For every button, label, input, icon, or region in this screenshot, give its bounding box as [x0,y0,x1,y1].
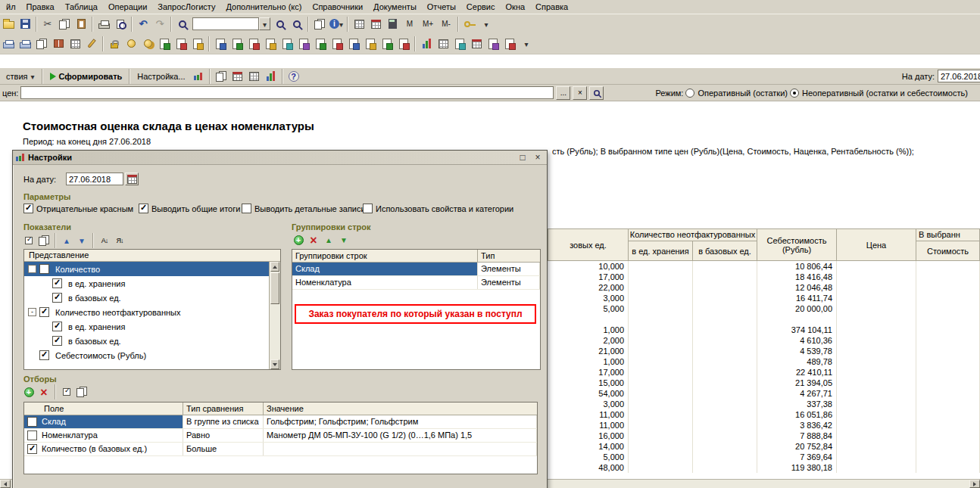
move-up-icon[interactable] [60,234,73,247]
copy-pages-icon[interactable] [33,36,50,52]
qty-cell[interactable]: 48,000 [548,462,629,473]
qty-cell[interactable]: 3,000 [548,293,629,303]
journal-icon[interactable] [468,36,485,52]
on-date-input[interactable] [938,70,980,82]
column-header[interactable]: Группировки строк [292,250,478,262]
edit-pencil-icon[interactable] [83,36,100,52]
column-header[interactable]: Тип сравнения [183,403,264,415]
cost-cell[interactable]: 22 410,11 [757,367,837,378]
menu-item-catalogs[interactable]: Справочники [307,1,368,13]
cart-out-icon[interactable] [173,36,189,52]
filter-row[interactable]: Количество (в базовых ед.) Больше [24,443,537,456]
open-list-icon[interactable] [589,86,604,100]
paste-icon[interactable] [73,16,89,33]
cost-cell[interactable]: 119 380,18 [757,462,837,473]
menu-item-additional[interactable]: Дополнительно (кс) [220,1,307,13]
coins-icon[interactable] [139,36,156,52]
checkbox-icon[interactable] [52,278,62,288]
menu-item-reports[interactable]: Отчеты [422,1,461,13]
report-row[interactable]: 10,00010 806,44 [548,261,980,272]
cost-cell[interactable]: 10 806,44 [757,261,837,272]
qty-cell[interactable]: 22,000 [548,282,629,293]
report-row[interactable]: 14,00020 752,84 [548,441,980,452]
menu-item-operations[interactable]: Операции [103,1,152,13]
sort-asc-icon[interactable] [98,234,111,247]
cut-icon[interactable] [39,16,56,33]
cost-cell[interactable]: 4 610,36 [757,335,837,346]
grouping-row[interactable]: Склад Элементы [292,263,540,276]
help-icon[interactable] [286,68,302,85]
scales-icon[interactable] [451,36,468,52]
checkbox-icon[interactable] [39,307,49,317]
doc-cash-icon[interactable] [345,36,362,52]
copy-settings-icon[interactable] [37,234,51,247]
report-row[interactable]: 3,000337,38 [548,399,980,409]
qty-cell[interactable]: 21,000 [548,346,629,356]
checkbox-icon[interactable] [39,350,49,360]
tree-column-header[interactable]: Представление [24,250,280,262]
clear-button[interactable]: × [573,86,587,100]
negative-red-checkbox[interactable]: Отрицательные красным [23,204,133,213]
cost-cell[interactable]: 7 369,64 [757,452,837,462]
doc-transfer-icon[interactable] [279,36,295,52]
search-icon[interactable] [174,16,191,33]
qty-cell[interactable]: 5,000 [548,303,629,314]
report-row[interactable]: 17,00022 410,11 [548,367,980,378]
checkbox-icon[interactable] [52,293,62,303]
cart-in-icon[interactable] [156,36,173,52]
filter-field-cell[interactable]: Склад [24,415,183,428]
structure-icon[interactable] [213,68,229,85]
cost-cell[interactable]: 374 104,11 [757,325,837,335]
report-row[interactable]: 21,0004 539,78 [548,346,980,356]
doc-sale-icon[interactable] [229,36,245,52]
summary-table-icon[interactable] [435,36,451,52]
percent-icon[interactable] [485,36,501,52]
toolbar-overflow-icon[interactable] [478,16,495,33]
scroll-down-icon[interactable] [270,359,279,369]
lock-icon[interactable] [106,36,123,52]
coin-icon[interactable] [123,36,139,52]
collapse-icon[interactable] [28,308,36,316]
move-down-icon[interactable] [75,234,89,247]
cost-cell[interactable]: 18 416,48 [757,272,837,282]
filter-field-cell[interactable]: Номенклатура [24,429,183,442]
qty-cell[interactable]: 17,000 [548,367,629,378]
report-row[interactable]: 16,0007 888,84 [548,430,980,441]
scroll-right-icon[interactable] [969,480,980,488]
doc-return-icon[interactable] [245,36,262,52]
redo-icon[interactable] [151,16,168,33]
vertical-scrollbar[interactable] [269,262,280,369]
tree-row[interactable]: Себестоимость (Рубль) [24,348,269,362]
menu-item-query[interactable]: ЗапросЛогисту [152,1,220,13]
maximize-icon[interactable]: □ [517,152,529,163]
radio-icon[interactable] [790,89,799,98]
doc-receipt-icon[interactable] [212,36,229,52]
generate-button[interactable]: Сформировать [45,69,127,84]
menu-item-file[interactable]: йл [1,1,21,13]
filter-row[interactable]: Склад В группе из списка Гольфстрим; Гол… [24,415,537,429]
filter-comparison-cell[interactable]: В группе из списка [183,415,264,428]
delete-icon[interactable] [307,233,320,247]
table-icon[interactable] [351,16,367,33]
undo-icon[interactable] [135,16,151,33]
filter-comparison-cell[interactable]: Равно [183,429,264,442]
qty-cell[interactable]: 14,000 [548,441,629,452]
menu-item-windows[interactable]: Окна [501,1,531,13]
on-date-input[interactable] [66,173,123,185]
check-all-icon[interactable] [22,234,36,247]
qty-cell[interactable]: 54,000 [548,388,629,399]
qty-cell[interactable]: 11,000 [548,420,629,430]
report-row[interactable]: 1,000489,78 [548,356,980,367]
grouping-type-cell[interactable]: Элементы [478,276,540,289]
add-icon[interactable] [22,385,36,399]
qty-cell[interactable]: 2,000 [548,335,629,346]
actions-menu-button[interactable]: ствия [2,69,39,84]
cost-cell[interactable]: 4 267,71 [757,388,837,399]
checkbox-icon[interactable] [363,204,373,213]
filter-row[interactable]: Номенклатура Равно Манометр ДМ 05-МП-3У-… [24,429,537,443]
use-properties-checkbox[interactable]: Использовать свойства и категории [363,204,513,213]
checkbox-icon[interactable] [27,430,37,440]
doc-writeoff-icon[interactable] [295,36,312,52]
calendar-icon[interactable] [125,173,139,185]
checkbox-icon[interactable] [52,322,62,331]
